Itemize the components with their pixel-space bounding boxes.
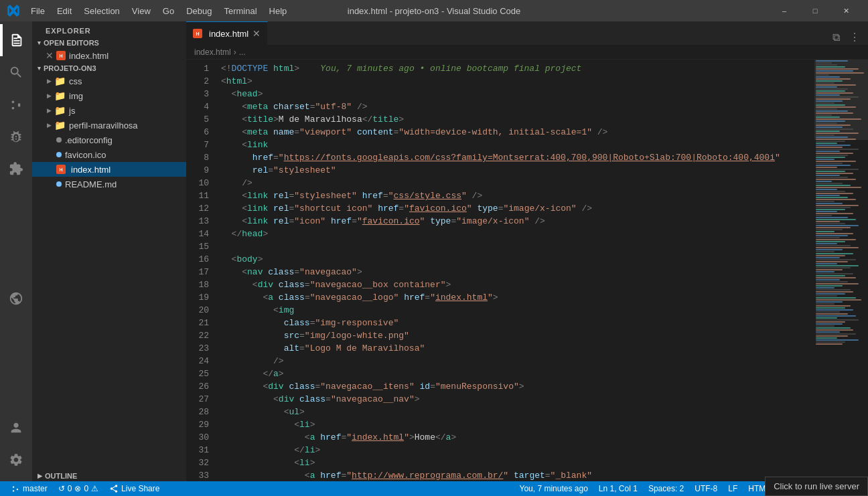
folder-js-icon: 📁 xyxy=(54,105,66,116)
project-name: PROJETO-ON3 xyxy=(44,64,96,72)
remote-explorer-icon[interactable] xyxy=(0,282,32,315)
readme-icon xyxy=(56,181,62,187)
sync-icon: ↺ xyxy=(58,484,65,493)
error-icon: ⊗ xyxy=(74,484,81,493)
position-status[interactable]: Ln 1, Col 1 xyxy=(593,481,643,496)
activity-bottom xyxy=(0,412,32,481)
tree-item-index-html[interactable]: H index.html xyxy=(32,162,186,177)
branch-status[interactable]: master xyxy=(5,481,53,496)
main-layout: EXPLORER ▾ OPEN EDITORS ✕ H index.html ▾… xyxy=(0,21,868,481)
readme-label: README.md xyxy=(65,179,117,189)
tab-index-html[interactable]: H index.html ✕ xyxy=(186,21,268,45)
menu-terminal[interactable]: Terminal xyxy=(218,5,262,17)
line-ending-text: LF xyxy=(728,484,737,493)
title-bar: File Edit Selection View Go Debug Termin… xyxy=(0,0,868,21)
live-server-tooltip: Click to run live server xyxy=(765,477,868,481)
project-chevron: ▾ xyxy=(38,65,41,72)
menu-edit[interactable]: Edit xyxy=(52,5,77,17)
breadcrumb-sep: › xyxy=(234,48,236,57)
breadcrumb: index.html › ... xyxy=(186,45,868,60)
accounts-activity-icon[interactable] xyxy=(0,412,32,444)
spaces-text: Spaces: 2 xyxy=(648,484,684,493)
more-actions-button[interactable]: ⋮ xyxy=(847,29,863,45)
editor-area: H index.html ✕ ⧉ ⋮ index.html › ... 1234… xyxy=(186,21,868,481)
errors-count: 0 xyxy=(68,484,72,493)
split-editor-button[interactable]: ⧉ xyxy=(830,30,843,45)
search-activity-icon[interactable] xyxy=(0,56,32,88)
index-html-icon: H xyxy=(56,165,66,174)
branch-name: master xyxy=(23,484,48,493)
live-share-status[interactable]: Live Share xyxy=(104,481,165,496)
live-share-label: Live Share xyxy=(121,484,159,493)
tree-item-perfil[interactable]: ▶ 📁 perfil-maravilhosa xyxy=(32,118,186,133)
outline-label: OUTLINE xyxy=(45,472,77,480)
status-bar: master ↺ 0 ⊗ 0 ⚠ Live Share You, 7 minut… xyxy=(0,481,868,496)
menu-file[interactable]: File xyxy=(25,5,50,17)
open-editor-filename: index.html xyxy=(69,51,108,61)
vscode-logo xyxy=(7,4,20,17)
css-chevron: ▶ xyxy=(47,78,52,84)
folder-img-label: img xyxy=(69,91,83,101)
perfil-chevron: ▶ xyxy=(47,122,52,129)
open-editors-label: OPEN EDITORS xyxy=(44,39,99,47)
tab-label: index.html xyxy=(209,29,248,39)
tree-item-favicon[interactable]: favicon.ico xyxy=(32,147,186,162)
tree-item-readme[interactable]: README.md xyxy=(32,177,186,191)
js-chevron: ▶ xyxy=(47,107,52,114)
line-numbers: 12345 678910 1112131415 1617181920 21222… xyxy=(186,60,214,481)
extensions-activity-icon[interactable] xyxy=(0,153,32,185)
project-section[interactable]: ▾ PROJETO-ON3 xyxy=(32,63,186,74)
branch-icon xyxy=(11,484,20,493)
files-activity-icon[interactable] xyxy=(0,24,32,56)
favicon-icon xyxy=(56,152,62,157)
close-editor-icon[interactable]: ✕ xyxy=(46,50,54,61)
breadcrumb-file[interactable]: index.html xyxy=(194,48,231,57)
close-button[interactable]: ✕ xyxy=(830,0,861,21)
menu-view[interactable]: View xyxy=(127,5,156,17)
open-editor-item[interactable]: ✕ H index.html xyxy=(32,48,186,63)
code-content[interactable]: <!DOCTYPE html> You, 7 minutes ago • onl… xyxy=(214,60,814,481)
encoding-status[interactable]: UTF-8 xyxy=(689,481,723,496)
sidebar: EXPLORER ▾ OPEN EDITORS ✕ H index.html ▾… xyxy=(32,21,186,481)
html-file-icon: H xyxy=(56,51,66,60)
sidebar-header: EXPLORER xyxy=(32,21,186,37)
live-share-icon xyxy=(109,484,119,493)
encoding-text: UTF-8 xyxy=(695,484,717,493)
favicon-label: favicon.ico xyxy=(65,150,106,160)
folder-css-icon: 📁 xyxy=(54,76,66,86)
editorconfig-label: .editorconfig xyxy=(65,135,113,145)
warnings-count: 0 xyxy=(84,484,88,493)
tree-item-editorconfig[interactable]: .editorconfig xyxy=(32,133,186,147)
folder-perfil-icon: 📁 xyxy=(54,120,66,131)
menu-debug[interactable]: Debug xyxy=(181,5,217,17)
settings-activity-icon[interactable] xyxy=(0,444,32,476)
window-controls: – □ ✕ xyxy=(769,0,861,21)
folder-css-label: css xyxy=(69,76,82,86)
tree-item-img[interactable]: ▶ 📁 img xyxy=(32,88,186,103)
index-html-label: index.html xyxy=(71,165,111,175)
outline-section[interactable]: ▶ OUTLINE xyxy=(32,471,186,481)
folder-perfil-label: perfil-maravilhosa xyxy=(69,120,138,131)
breadcrumb-context[interactable]: ... xyxy=(239,48,246,57)
editorconfig-dot xyxy=(56,137,62,143)
tree-item-css[interactable]: ▶ 📁 css xyxy=(32,74,186,88)
menu-go[interactable]: Go xyxy=(157,5,179,17)
line-ending-status[interactable]: LF xyxy=(723,481,743,496)
menu-selection[interactable]: Selection xyxy=(78,5,125,17)
git-blame-status[interactable]: You, 7 minutes ago xyxy=(514,481,593,496)
tree-item-js[interactable]: ▶ 📁 js xyxy=(32,103,186,118)
open-editors-section[interactable]: ▾ OPEN EDITORS xyxy=(32,37,186,48)
activity-bar xyxy=(0,21,32,481)
debug-activity-icon[interactable] xyxy=(0,120,32,153)
source-control-activity-icon[interactable] xyxy=(0,88,32,120)
minimap xyxy=(814,60,868,481)
minimize-button[interactable]: – xyxy=(769,0,800,21)
spaces-status[interactable]: Spaces: 2 xyxy=(643,481,689,496)
warning-icon: ⚠ xyxy=(91,484,98,493)
menu-bar: File Edit Selection View Go Debug Termin… xyxy=(25,5,769,17)
menu-help[interactable]: Help xyxy=(264,5,293,17)
maximize-button[interactable]: □ xyxy=(800,0,830,21)
folder-img-icon: 📁 xyxy=(54,90,66,101)
sync-status[interactable]: ↺ 0 ⊗ 0 ⚠ xyxy=(53,481,104,496)
tab-close-button[interactable]: ✕ xyxy=(252,28,261,39)
